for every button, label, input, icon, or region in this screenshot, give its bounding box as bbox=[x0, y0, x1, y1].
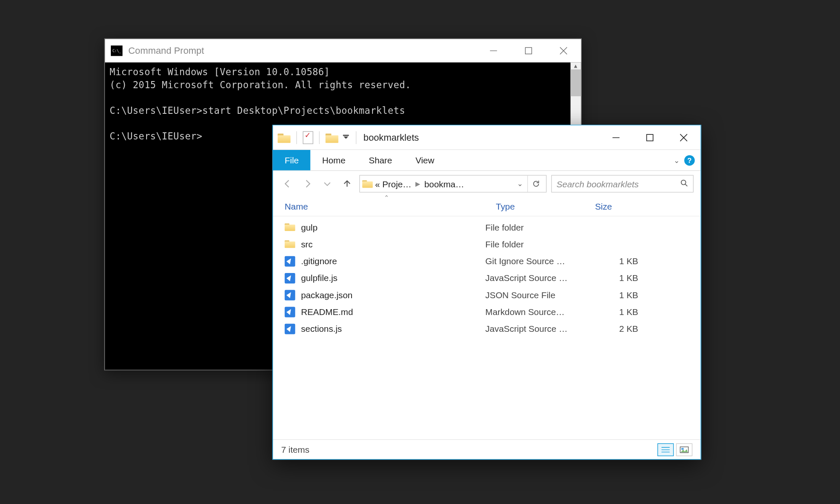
vscode-file-icon bbox=[285, 256, 295, 266]
address-dropdown-icon[interactable]: ⌄ bbox=[517, 180, 523, 188]
tab-home[interactable]: Home bbox=[310, 150, 357, 171]
search-icon[interactable] bbox=[680, 179, 688, 189]
cmd-line: (c) 2015 Microsoft Corporation. All righ… bbox=[110, 79, 411, 90]
refresh-button[interactable] bbox=[528, 176, 544, 192]
forward-button[interactable] bbox=[300, 176, 315, 191]
list-item[interactable]: package.jsonJSON Source File1 KB bbox=[273, 286, 701, 303]
ribbon-tabs: File Home Share View ⌄ ? bbox=[273, 150, 701, 171]
close-button[interactable] bbox=[667, 126, 701, 149]
maximize-button[interactable] bbox=[633, 126, 667, 149]
svg-point-8 bbox=[681, 180, 686, 184]
file-type: Markdown Source… bbox=[484, 307, 583, 317]
svg-rect-5 bbox=[647, 134, 653, 140]
thumbnails-view-button[interactable] bbox=[676, 443, 693, 456]
cmd-titlebar[interactable]: Command Prompt bbox=[105, 39, 581, 63]
back-button[interactable] bbox=[280, 176, 295, 191]
breadcrumb-item[interactable]: Proje… bbox=[382, 179, 411, 189]
file-explorer-window: bookmarklets File Home Share View ⌄ ? bbox=[273, 125, 701, 459]
scroll-up-icon[interactable]: ▲ bbox=[570, 63, 581, 70]
file-size: 1 KB bbox=[583, 256, 654, 266]
sort-indicator-icon: ⌃ bbox=[384, 194, 389, 202]
file-type: JSON Source File bbox=[484, 290, 583, 300]
file-size: 1 KB bbox=[583, 307, 654, 317]
help-icon[interactable]: ? bbox=[684, 155, 695, 165]
ribbon-expand-icon[interactable]: ⌄ bbox=[674, 156, 680, 164]
file-name: .gitignore bbox=[301, 256, 337, 266]
folder-icon[interactable] bbox=[326, 132, 339, 143]
tab-share[interactable]: Share bbox=[357, 150, 404, 171]
scroll-thumb[interactable] bbox=[570, 69, 581, 96]
folder-icon[interactable] bbox=[278, 132, 291, 143]
file-name: package.json bbox=[301, 290, 353, 300]
vscode-file-icon bbox=[285, 307, 295, 317]
column-name[interactable]: Name bbox=[273, 197, 484, 216]
cmd-title: Command Prompt bbox=[129, 45, 204, 56]
file-name: src bbox=[301, 239, 313, 249]
vscode-file-icon bbox=[285, 323, 295, 334]
vscode-file-icon bbox=[285, 273, 295, 283]
file-name: README.md bbox=[301, 307, 353, 317]
svg-rect-1 bbox=[525, 47, 532, 54]
file-type: JavaScript Source … bbox=[484, 273, 583, 283]
breadcrumb-separator-icon[interactable]: ▶ bbox=[415, 180, 420, 187]
minimize-button[interactable] bbox=[476, 39, 511, 63]
cmd-prompt: C:\Users\IEUser> bbox=[110, 131, 202, 142]
file-type: File folder bbox=[484, 222, 583, 232]
tab-view[interactable]: View bbox=[404, 150, 446, 171]
status-bar: 7 items bbox=[273, 439, 701, 459]
search-placeholder: Search bookmarklets bbox=[556, 179, 639, 189]
list-item[interactable]: gulpfile.jsJavaScript Source …1 KB bbox=[273, 270, 701, 286]
quick-access-toolbar bbox=[273, 126, 359, 150]
file-type: File folder bbox=[484, 239, 583, 249]
folder-icon bbox=[285, 223, 295, 232]
address-bar[interactable]: « Proje… ▶ bookma… ⌄ bbox=[360, 175, 547, 193]
file-type: JavaScript Source … bbox=[484, 324, 583, 334]
column-size[interactable]: Size bbox=[583, 197, 654, 216]
recent-dropdown-icon[interactable] bbox=[320, 176, 335, 191]
breadcrumb-overflow[interactable]: « bbox=[375, 179, 380, 189]
list-item[interactable]: sections.jsJavaScript Source …2 KB bbox=[273, 320, 701, 337]
list-item[interactable]: README.mdMarkdown Source…1 KB bbox=[273, 303, 701, 320]
minimize-button[interactable] bbox=[599, 126, 633, 149]
file-size: 2 KB bbox=[583, 324, 654, 334]
file-type: Git Ignore Source … bbox=[484, 256, 583, 266]
file-list[interactable]: gulpFile foldersrcFile folder.gitignoreG… bbox=[273, 216, 701, 439]
tab-file[interactable]: File bbox=[273, 150, 310, 171]
list-item[interactable]: gulpFile folder bbox=[273, 219, 701, 236]
breadcrumb-item[interactable]: bookma… bbox=[424, 179, 464, 189]
status-text: 7 items bbox=[281, 444, 309, 454]
file-name: gulpfile.js bbox=[301, 273, 338, 283]
list-item[interactable]: srcFile folder bbox=[273, 236, 701, 252]
cmd-line: Microsoft Windows [Version 10.0.10586] bbox=[110, 66, 330, 77]
vscode-file-icon bbox=[285, 290, 295, 300]
explorer-title: bookmarklets bbox=[363, 132, 419, 143]
cmd-line: C:\Users\IEUser>start Desktop\Projects\b… bbox=[110, 105, 405, 116]
svg-line-9 bbox=[685, 184, 688, 186]
file-size: 1 KB bbox=[583, 273, 654, 283]
list-item[interactable]: .gitignoreGit Ignore Source …1 KB bbox=[273, 252, 701, 269]
navigation-bar: « Proje… ▶ bookma… ⌄ Search bookmarklets bbox=[273, 171, 701, 197]
file-name: sections.js bbox=[301, 324, 342, 334]
cmd-icon bbox=[111, 45, 123, 56]
file-name: gulp bbox=[301, 222, 318, 232]
qat-dropdown-icon[interactable] bbox=[342, 131, 350, 144]
file-size: 1 KB bbox=[583, 290, 654, 300]
column-type[interactable]: Type bbox=[484, 197, 583, 216]
folder-icon bbox=[285, 240, 295, 249]
explorer-titlebar[interactable]: bookmarklets bbox=[273, 126, 701, 150]
up-button[interactable] bbox=[339, 176, 354, 191]
properties-icon[interactable] bbox=[303, 131, 313, 144]
folder-icon bbox=[362, 179, 373, 188]
search-input[interactable]: Search bookmarklets bbox=[551, 175, 694, 193]
close-button[interactable] bbox=[546, 39, 581, 63]
svg-rect-14 bbox=[681, 448, 684, 449]
details-view-button[interactable] bbox=[657, 443, 674, 456]
maximize-button[interactable] bbox=[511, 39, 546, 63]
column-headers: Name ⌃ Type Size bbox=[273, 197, 701, 216]
